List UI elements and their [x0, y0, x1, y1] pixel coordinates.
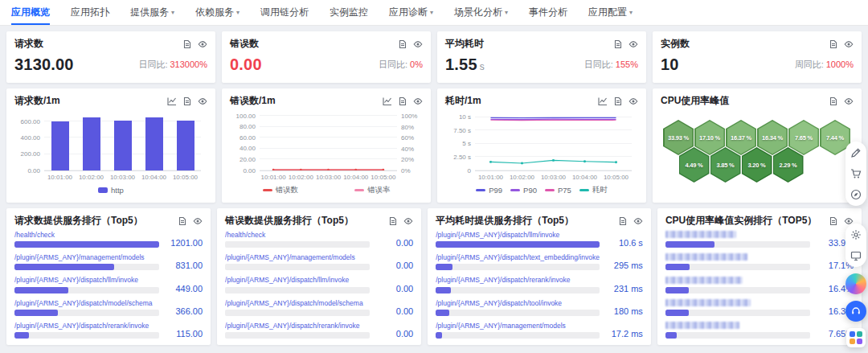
list-item[interactable]: /health/check0.00: [225, 231, 413, 248]
document-icon[interactable]: [613, 39, 623, 49]
app-logo-button[interactable]: [846, 328, 866, 347]
nav-tab-8[interactable]: 事件分析: [529, 0, 567, 25]
hex-cell[interactable]: 7.65 %: [788, 120, 819, 155]
nav-tab-7[interactable]: 场景化分析▾: [454, 0, 508, 25]
redacted-instance-name[interactable]: [665, 253, 747, 261]
document-icon[interactable]: [829, 96, 838, 106]
compass-icon[interactable]: [850, 189, 862, 200]
hex-cell[interactable]: 2.29 %: [773, 147, 804, 183]
list-item[interactable]: 33.9%: [665, 231, 854, 248]
redacted-instance-name[interactable]: [665, 322, 739, 329]
document-icon[interactable]: [618, 216, 628, 226]
service-link[interactable]: /plugin/{ARMS_ANY}/dispatch/rerank/invok…: [225, 322, 370, 330]
service-link[interactable]: /plugin/{ARMS_ANY}/dispatch/llm/invoke: [14, 276, 159, 284]
line-chart-icon[interactable]: [167, 96, 177, 106]
eye-icon[interactable]: [198, 96, 207, 106]
service-link[interactable]: /plugin/{ARMS_ANY}/management/models: [14, 253, 159, 261]
list-item[interactable]: /plugin/{ARMS_ANY}/dispatch/model/schema…: [225, 299, 413, 316]
support-chat-button[interactable]: [845, 301, 866, 322]
line-chart-icon[interactable]: [383, 96, 392, 106]
legend-item[interactable]: http: [98, 186, 124, 195]
service-link[interactable]: /plugin/{ARMS_ANY}/management/models: [225, 253, 370, 261]
list-item[interactable]: /plugin/{ARMS_ANY}/dispatch/model/schema…: [14, 299, 203, 316]
list-item[interactable]: /plugin/{ARMS_ANY}/management/models831.…: [14, 253, 203, 270]
document-icon[interactable]: [829, 216, 838, 226]
bar[interactable]: [51, 121, 69, 170]
hex-cell[interactable]: 4.49 %: [679, 147, 710, 183]
document-icon[interactable]: [182, 39, 192, 49]
legend-item[interactable]: P99: [476, 186, 502, 195]
list-item[interactable]: 16.4%: [665, 277, 854, 293]
cart-icon[interactable]: [850, 168, 862, 179]
document-icon[interactable]: [398, 39, 407, 49]
legend-item[interactable]: 错误数: [263, 185, 299, 195]
redacted-instance-name[interactable]: [665, 231, 736, 238]
eye-icon[interactable]: [628, 39, 638, 49]
document-icon[interactable]: [613, 96, 623, 106]
bar[interactable]: [145, 117, 163, 170]
service-link[interactable]: /plugin/{ARMS_ANY}/dispatch/text_embeddi…: [436, 253, 600, 261]
list-item[interactable]: /plugin/{ARMS_ANY}/dispatch/rerank/invok…: [436, 276, 643, 293]
list-item[interactable]: /plugin/{ARMS_ANY}/dispatch/llm/invoke0.…: [225, 276, 413, 293]
redacted-instance-name[interactable]: [665, 277, 743, 284]
service-link[interactable]: /plugin/{ARMS_ANY}/dispatch/model/schema: [225, 299, 370, 307]
eye-icon[interactable]: [413, 96, 423, 106]
legend-item[interactable]: P90: [510, 186, 537, 195]
eye-icon[interactable]: [628, 96, 638, 106]
list-item[interactable]: /plugin/{ARMS_ANY}/dispatch/rerank/invok…: [14, 322, 203, 339]
eye-icon[interactable]: [633, 216, 643, 226]
document-icon[interactable]: [398, 96, 407, 106]
eye-icon[interactable]: [403, 216, 413, 226]
hex-cell[interactable]: 16.34 %: [757, 120, 788, 155]
hex-cell[interactable]: 3.20 %: [742, 147, 772, 183]
nav-tab-4[interactable]: 调用链分析: [260, 0, 309, 25]
list-item[interactable]: /plugin/{ARMS_ANY}/dispatch/text_embeddi…: [436, 253, 643, 270]
legend-item[interactable]: 错误率: [354, 185, 391, 195]
nav-tab-3[interactable]: 依赖服务▾: [195, 0, 240, 25]
hex-cell[interactable]: 17.10 %: [694, 120, 725, 155]
nav-tab-5[interactable]: 实例监控: [330, 0, 368, 25]
bar[interactable]: [177, 121, 194, 170]
service-link[interactable]: /plugin/{ARMS_ANY}/dispatch/llm/invoke: [436, 231, 600, 239]
list-item[interactable]: /plugin/{ARMS_ANY}/dispatch/tool/invoke1…: [436, 299, 643, 316]
redacted-instance-name[interactable]: [665, 299, 751, 306]
nav-tab-1[interactable]: 应用拓扑: [71, 0, 109, 25]
edit-icon[interactable]: [850, 147, 862, 158]
service-link[interactable]: /health/check: [225, 231, 370, 239]
service-link[interactable]: /plugin/{ARMS_ANY}/dispatch/llm/invoke: [225, 276, 370, 284]
service-link[interactable]: /plugin/{ARMS_ANY}/dispatch/model/schema: [14, 299, 159, 307]
service-link[interactable]: /plugin/{ARMS_ANY}/dispatch/tool/invoke: [436, 299, 600, 307]
nav-tab-2[interactable]: 提供服务▾: [130, 0, 174, 25]
list-item[interactable]: 17.1%: [665, 253, 854, 270]
gear-icon[interactable]: [850, 229, 862, 240]
document-icon[interactable]: [829, 39, 838, 49]
service-link[interactable]: /plugin/{ARMS_ANY}/management/models: [436, 322, 600, 330]
monitor-icon[interactable]: [850, 250, 862, 261]
eye-icon[interactable]: [844, 39, 854, 49]
list-item[interactable]: /plugin/{ARMS_ANY}/management/models17.2…: [436, 322, 643, 339]
eye-icon[interactable]: [844, 96, 854, 106]
list-item[interactable]: 16.3%: [665, 299, 854, 316]
list-item[interactable]: /plugin/{ARMS_ANY}/dispatch/llm/invoke44…: [14, 276, 203, 293]
list-item[interactable]: /plugin/{ARMS_ANY}/management/models0.00: [225, 253, 413, 270]
bar[interactable]: [114, 121, 132, 170]
hex-cell[interactable]: 16.37 %: [726, 120, 756, 155]
list-item[interactable]: /plugin/{ARMS_ANY}/dispatch/llm/invoke10…: [436, 231, 643, 248]
hex-cell[interactable]: 33.93 %: [663, 120, 694, 155]
service-link[interactable]: /plugin/{ARMS_ANY}/dispatch/rerank/invok…: [14, 322, 159, 330]
document-icon[interactable]: [178, 216, 187, 226]
hex-cell[interactable]: 3.85 %: [710, 147, 741, 183]
document-icon[interactable]: [182, 96, 192, 106]
nav-tab-0[interactable]: 应用概览: [11, 0, 50, 25]
eye-icon[interactable]: [193, 216, 203, 226]
eye-icon[interactable]: [413, 39, 423, 49]
ai-assistant-button[interactable]: [845, 273, 866, 294]
nav-tab-6[interactable]: 应用诊断▾: [389, 0, 433, 25]
service-link[interactable]: /plugin/{ARMS_ANY}/dispatch/rerank/invok…: [436, 276, 600, 284]
service-link[interactable]: /health/check: [14, 231, 159, 239]
legend-item[interactable]: 耗时: [579, 185, 608, 195]
line-chart-icon[interactable]: [598, 96, 608, 106]
nav-tab-9[interactable]: 应用配置▾: [588, 0, 633, 25]
list-item[interactable]: 7.65%: [665, 322, 854, 339]
bar[interactable]: [83, 117, 100, 170]
